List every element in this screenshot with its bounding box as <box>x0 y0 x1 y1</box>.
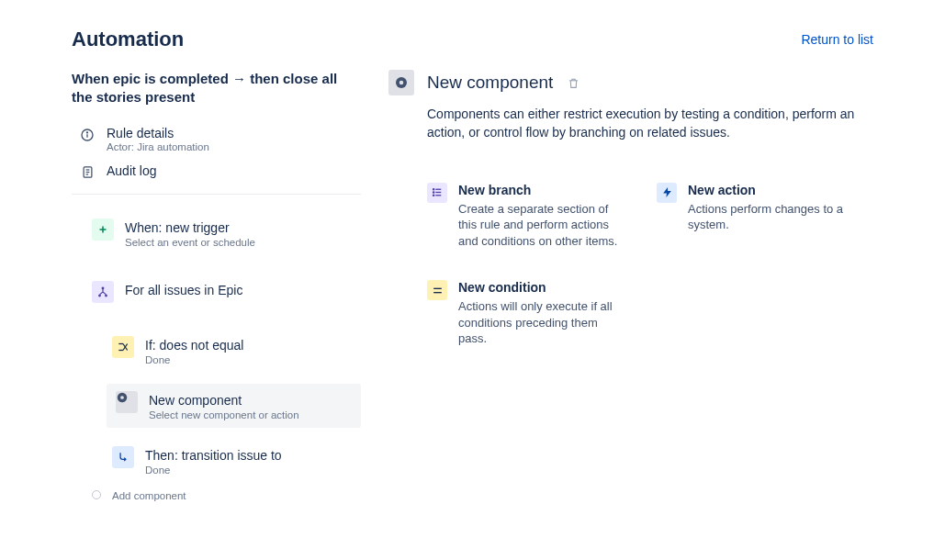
divider <box>72 194 361 195</box>
gear-icon <box>388 70 414 95</box>
rule-details-label: Rule details <box>107 126 209 140</box>
branch-icon <box>92 281 114 303</box>
condition-node[interactable]: If: does not equal Done <box>112 330 361 371</box>
bolt-icon <box>657 183 677 203</box>
svg-point-20 <box>433 192 433 193</box>
action-title: Then: transition issue to <box>145 448 282 463</box>
rule-sidebar: When epic is completed → then close all … <box>72 70 361 501</box>
new-condition-option[interactable]: New condition Actions will only execute … <box>427 280 629 347</box>
action-node[interactable]: Then: transition issue to Done <box>112 441 361 481</box>
audit-log-icon <box>79 164 96 181</box>
trash-icon[interactable] <box>566 75 580 90</box>
new-action-desc: Actions perform changes to a system. <box>688 201 853 233</box>
svg-point-15 <box>399 81 404 85</box>
flow-tree: When: new trigger Select an event or sch… <box>72 213 361 501</box>
trigger-title: When: new trigger <box>125 220 255 235</box>
branch-title: For all issues in Epic <box>125 283 242 297</box>
new-component-node[interactable]: New component Select new component or ac… <box>107 384 361 428</box>
svg-point-9 <box>102 286 105 289</box>
transition-icon <box>112 446 134 468</box>
condition-sub: Done <box>145 354 243 365</box>
svg-point-10 <box>98 294 101 297</box>
new-condition-desc: Actions will only execute if all conditi… <box>458 298 624 347</box>
new-action-title: New action <box>688 183 853 197</box>
trigger-node[interactable]: When: new trigger Select an event or sch… <box>92 213 361 253</box>
component-panel: New component Components can either rest… <box>388 70 873 501</box>
new-component-title: New component <box>149 393 299 408</box>
trigger-sub: Select an event or schedule <box>125 237 255 248</box>
svg-point-11 <box>105 294 107 297</box>
page-title: Automation <box>72 28 184 51</box>
add-component-link[interactable]: Add component <box>112 490 186 501</box>
rule-details-item[interactable]: Rule details Actor: Jira automation <box>72 120 361 158</box>
plus-icon <box>92 218 114 241</box>
audit-log-item[interactable]: Audit log <box>72 158 361 186</box>
svg-point-21 <box>433 195 433 196</box>
svg-point-2 <box>86 131 87 132</box>
branch-list-icon <box>427 183 447 203</box>
panel-description: Components can either restrict execution… <box>427 105 873 142</box>
rule-name: When epic is completed → then close all … <box>72 70 361 107</box>
header: Automation Return to list <box>72 28 873 51</box>
return-to-list-link[interactable]: Return to list <box>801 32 873 47</box>
new-branch-option[interactable]: New branch Create a separate section of … <box>427 183 629 250</box>
audit-log-label: Audit log <box>107 163 156 178</box>
new-action-option[interactable]: New action Actions perform changes to a … <box>657 183 859 233</box>
info-icon <box>79 127 96 143</box>
gear-icon <box>116 391 138 413</box>
svg-point-13 <box>120 396 124 399</box>
condition-icon <box>427 280 447 300</box>
new-condition-title: New condition <box>458 280 624 295</box>
new-branch-desc: Create a separate section of this rule a… <box>458 201 624 250</box>
new-branch-title: New branch <box>458 183 624 197</box>
end-circle-icon <box>92 490 101 499</box>
action-sub: Done <box>145 465 282 476</box>
condition-icon <box>112 336 134 358</box>
rule-actor-label: Actor: Jira automation <box>107 141 209 152</box>
branch-node[interactable]: For all issues in Epic <box>92 275 361 308</box>
svg-point-19 <box>433 189 433 190</box>
condition-title: If: does not equal <box>145 338 243 353</box>
panel-title: New component <box>427 73 553 93</box>
new-component-sub: Select new component or action <box>149 409 299 420</box>
